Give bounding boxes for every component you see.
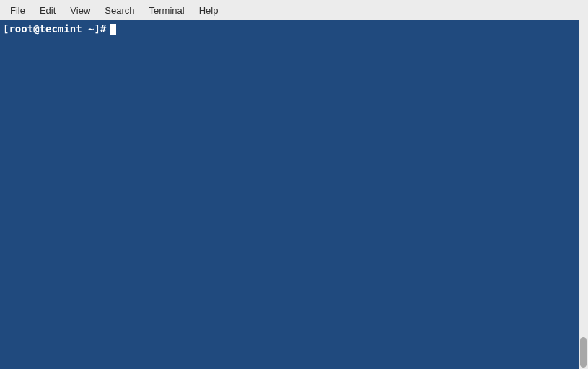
scrollbar-vertical[interactable] (579, 20, 588, 369)
cursor (110, 24, 116, 35)
menu-help[interactable]: Help (192, 2, 226, 19)
terminal-viewport[interactable]: [root@tecmint ~]# (0, 20, 579, 369)
menu-search[interactable]: Search (97, 2, 141, 19)
menu-file[interactable]: File (3, 2, 32, 19)
prompt-line: [root@tecmint ~]# (3, 22, 576, 36)
menu-terminal[interactable]: Terminal (142, 2, 192, 19)
menubar: File Edit View Search Terminal Help (0, 0, 588, 20)
terminal-content: [root@tecmint ~]# (0, 20, 579, 38)
shell-prompt: [root@tecmint ~]# (3, 22, 106, 36)
menu-edit[interactable]: Edit (32, 2, 63, 19)
scrollbar-thumb[interactable] (580, 337, 587, 368)
menu-view[interactable]: View (63, 2, 97, 19)
